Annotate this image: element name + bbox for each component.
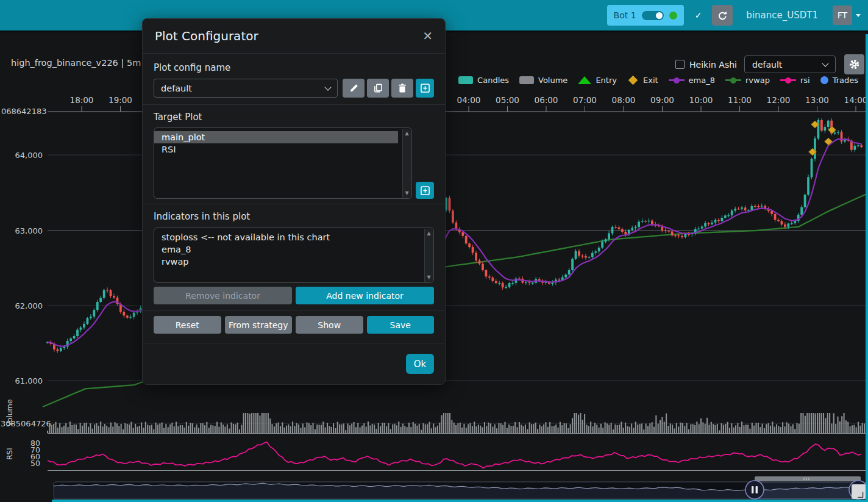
candle-body (498, 283, 500, 284)
modal-footer: Ok (143, 343, 445, 384)
refresh-button[interactable] (712, 5, 733, 26)
candle-body (465, 236, 468, 243)
ft-logo-button[interactable]: FT (833, 5, 852, 25)
ok-button[interactable]: Ok (406, 354, 434, 374)
rename-config-button[interactable] (343, 79, 365, 98)
remove-indicator-button[interactable]: Remove indicator (154, 287, 292, 304)
save-button[interactable]: Save (367, 316, 435, 334)
volume-bar (829, 413, 830, 433)
check-icon: ✓ (695, 10, 702, 20)
legend-item-Candles[interactable]: Candles (458, 76, 509, 85)
volume-bar (382, 423, 383, 433)
volume-bar (702, 422, 703, 433)
scrollbar[interactable]: ▲▼ (402, 129, 411, 198)
volume-bar (758, 423, 759, 433)
legend-item-ema_8[interactable]: ema_8 (669, 76, 715, 85)
duplicate-config-button[interactable] (367, 79, 389, 98)
volume-bar (227, 425, 228, 433)
target-plot-option-RSI[interactable]: RSI (154, 143, 400, 156)
volume-bar (400, 427, 402, 433)
volume-bar (725, 424, 726, 433)
resize-handle[interactable] (852, 484, 866, 499)
volume-bar (723, 425, 724, 433)
show-button[interactable]: Show (296, 316, 363, 334)
indicator-option[interactable]: ema_8 (154, 243, 422, 256)
navigator-handle[interactable] (745, 481, 764, 499)
volume-bar (596, 425, 597, 433)
from-strategy-button[interactable]: From strategy (225, 316, 293, 334)
scrollbar[interactable]: ▲▼ (424, 229, 433, 282)
candle-body (724, 215, 727, 218)
legend-label: Candles (477, 76, 509, 85)
volume-bar (727, 422, 728, 433)
candle-body (734, 209, 736, 210)
volume-bar (327, 423, 328, 433)
volume-bar (215, 426, 216, 433)
horizontal-scrollbar[interactable] (755, 476, 861, 481)
scroll-down-icon[interactable]: ▼ (403, 190, 411, 196)
add-plot-button[interactable] (416, 182, 434, 199)
volume-bar (478, 425, 479, 433)
volume-bar (837, 417, 838, 433)
volume-bar (384, 423, 385, 433)
legend-item-rvwap[interactable]: rvwap (725, 76, 770, 85)
candle-body (727, 215, 730, 216)
target-plot-listbox[interactable]: main_plotRSI▲▼ (154, 127, 412, 199)
plot-configurator-button[interactable] (844, 54, 864, 74)
volume-bar (354, 422, 355, 433)
indicators-listbox[interactable]: stoploss <-- not available in this chart… (154, 228, 434, 283)
volume-bar (437, 426, 438, 433)
target-plot-label: Target Plot (154, 112, 434, 123)
volume-bar (100, 421, 101, 433)
config-name-select[interactable]: default (154, 79, 338, 98)
reset-button[interactable]: Reset (154, 316, 221, 334)
candle-body (449, 198, 451, 211)
legend-item-rsi[interactable]: rsi (780, 76, 810, 85)
volume-bar (455, 425, 457, 433)
scroll-up-icon[interactable]: ▲ (425, 231, 433, 236)
y-axis-label: 62,000 (15, 301, 43, 310)
rsi-tick-label: 50 (30, 459, 40, 468)
add-config-button[interactable] (416, 79, 434, 98)
delete-config-button[interactable] (391, 79, 413, 98)
scroll-down-icon[interactable]: ▼ (425, 274, 433, 280)
volume-bar (621, 421, 622, 433)
plot-config-select[interactable]: default (744, 56, 836, 73)
volume-bar (130, 422, 132, 433)
candle-body (824, 127, 826, 131)
add-new-indicator-button[interactable]: Add new indicator (296, 287, 434, 304)
volume-bar (752, 423, 753, 433)
volume-bar (337, 422, 338, 433)
legend-item-Trades[interactable]: Trades (820, 76, 858, 85)
legend-item-Volume[interactable]: Volume (519, 76, 567, 85)
volume-bar (729, 428, 730, 433)
volume-bar (366, 427, 367, 433)
bot-selector-badge[interactable]: Bot 1 (607, 5, 684, 26)
heikin-ashi-checkbox[interactable] (675, 60, 685, 69)
volume-bar (345, 430, 346, 433)
volume-bar (259, 415, 260, 433)
volume-bar (700, 418, 702, 433)
volume-bar (713, 424, 714, 433)
volume-bar (584, 414, 585, 433)
close-icon[interactable]: ✕ (422, 29, 433, 43)
volume-bar (363, 423, 365, 433)
volume-bar (410, 427, 411, 433)
indicator-option[interactable]: stoploss <-- not available in this chart (154, 231, 422, 243)
caret-down-icon[interactable] (856, 14, 861, 17)
volume-bar (229, 429, 230, 433)
target-plot-option-main_plot[interactable]: main_plot (154, 131, 398, 143)
volume-bar (443, 413, 444, 433)
scroll-up-icon[interactable]: ▲ (403, 131, 411, 136)
volume-bar (151, 425, 152, 433)
indicator-option[interactable]: rvwap (154, 256, 422, 268)
legend-item-Entry[interactable]: Entry (578, 76, 617, 85)
volume-bar (221, 422, 222, 433)
volume-bar (667, 426, 669, 433)
candle-body (83, 324, 85, 328)
candle-body (774, 214, 777, 220)
bot-toggle[interactable] (642, 11, 664, 20)
volume-bar (247, 413, 248, 433)
legend-item-Exit[interactable]: Exit (627, 76, 658, 85)
volume-bar (124, 423, 126, 433)
